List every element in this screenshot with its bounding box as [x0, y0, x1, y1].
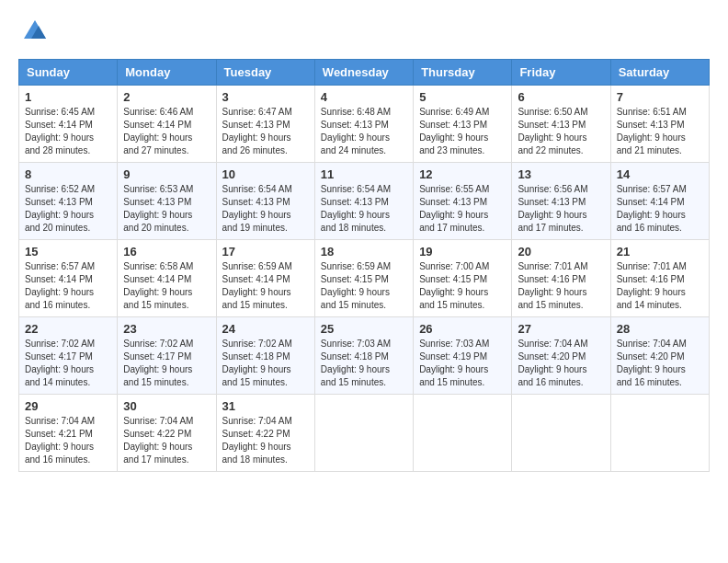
day-number: 21: [617, 245, 703, 259]
calendar-day-cell: [512, 395, 610, 472]
calendar-day-cell: 16Sunrise: 6:58 AMSunset: 4:14 PMDayligh…: [118, 240, 216, 317]
calendar-day-cell: 22Sunrise: 7:02 AMSunset: 4:17 PMDayligh…: [19, 317, 118, 395]
day-info: Sunrise: 6:59 AMSunset: 4:15 PMDaylight:…: [321, 260, 407, 312]
day-number: 30: [123, 399, 210, 413]
day-number: 23: [123, 322, 210, 336]
calendar-day-cell: 11Sunrise: 6:54 AMSunset: 4:13 PMDayligh…: [314, 163, 413, 240]
day-info: Sunrise: 7:01 AMSunset: 4:16 PMDaylight:…: [518, 260, 604, 312]
day-info: Sunrise: 7:01 AMSunset: 4:16 PMDaylight:…: [617, 260, 703, 312]
day-number: 13: [518, 167, 604, 181]
day-number: 29: [25, 399, 111, 413]
calendar-week-row: 1Sunrise: 6:45 AMSunset: 4:14 PMDaylight…: [19, 86, 710, 163]
calendar-day-cell: 23Sunrise: 7:02 AMSunset: 4:17 PMDayligh…: [118, 317, 216, 395]
day-number: 28: [617, 322, 703, 336]
day-info: Sunrise: 6:56 AMSunset: 4:13 PMDaylight:…: [518, 183, 604, 235]
calendar-header-row: SundayMondayTuesdayWednesdayThursdayFrid…: [19, 60, 710, 86]
day-info: Sunrise: 6:50 AMSunset: 4:13 PMDaylight:…: [518, 106, 604, 157]
day-number: 2: [123, 90, 210, 104]
day-info: Sunrise: 6:57 AMSunset: 4:14 PMDaylight:…: [617, 183, 703, 235]
calendar-day-cell: 20Sunrise: 7:01 AMSunset: 4:16 PMDayligh…: [512, 240, 610, 317]
day-number: 4: [321, 90, 407, 104]
calendar-day-cell: 7Sunrise: 6:51 AMSunset: 4:13 PMDaylight…: [610, 86, 709, 163]
calendar-day-cell: 31Sunrise: 7:04 AMSunset: 4:22 PMDayligh…: [216, 395, 314, 472]
calendar-day-cell: [414, 395, 512, 472]
day-info: Sunrise: 7:04 AMSunset: 4:21 PMDaylight:…: [25, 415, 111, 466]
calendar-day-cell: 25Sunrise: 7:03 AMSunset: 4:18 PMDayligh…: [314, 317, 413, 395]
day-number: 17: [222, 245, 309, 259]
calendar-day-cell: 6Sunrise: 6:50 AMSunset: 4:13 PMDaylight…: [512, 86, 610, 163]
day-number: 5: [419, 90, 506, 104]
day-number: 18: [321, 245, 407, 259]
calendar-day-cell: 21Sunrise: 7:01 AMSunset: 4:16 PMDayligh…: [610, 240, 709, 317]
logo-icon: [22, 18, 48, 44]
day-number: 9: [123, 167, 210, 181]
weekday-header: Wednesday: [314, 60, 413, 86]
page-header: [18, 18, 710, 44]
calendar-day-cell: 13Sunrise: 6:56 AMSunset: 4:13 PMDayligh…: [512, 163, 610, 240]
day-number: 15: [25, 245, 111, 259]
calendar-day-cell: 4Sunrise: 6:48 AMSunset: 4:13 PMDaylight…: [314, 86, 413, 163]
day-info: Sunrise: 7:04 AMSunset: 4:22 PMDaylight:…: [222, 415, 309, 466]
day-info: Sunrise: 6:54 AMSunset: 4:13 PMDaylight:…: [321, 183, 407, 235]
day-info: Sunrise: 7:03 AMSunset: 4:18 PMDaylight:…: [321, 338, 407, 389]
day-number: 6: [518, 90, 604, 104]
calendar-day-cell: 28Sunrise: 7:04 AMSunset: 4:20 PMDayligh…: [610, 317, 709, 395]
day-info: Sunrise: 6:52 AMSunset: 4:13 PMDaylight:…: [25, 183, 111, 235]
day-number: 24: [222, 322, 309, 336]
day-number: 11: [321, 167, 407, 181]
day-info: Sunrise: 6:58 AMSunset: 4:14 PMDaylight:…: [123, 260, 210, 312]
day-info: Sunrise: 7:03 AMSunset: 4:19 PMDaylight:…: [419, 338, 506, 389]
weekday-header: Sunday: [19, 60, 118, 86]
day-info: Sunrise: 6:45 AMSunset: 4:14 PMDaylight:…: [25, 106, 111, 157]
calendar-day-cell: 27Sunrise: 7:04 AMSunset: 4:20 PMDayligh…: [512, 317, 610, 395]
weekday-header: Monday: [118, 60, 216, 86]
day-number: 10: [222, 167, 309, 181]
calendar-day-cell: 24Sunrise: 7:02 AMSunset: 4:18 PMDayligh…: [216, 317, 314, 395]
calendar-day-cell: 10Sunrise: 6:54 AMSunset: 4:13 PMDayligh…: [216, 163, 314, 240]
day-number: 12: [419, 167, 506, 181]
calendar-day-cell: 18Sunrise: 6:59 AMSunset: 4:15 PMDayligh…: [314, 240, 413, 317]
calendar-day-cell: 2Sunrise: 6:46 AMSunset: 4:14 PMDaylight…: [118, 86, 216, 163]
calendar-day-cell: [610, 395, 709, 472]
calendar-day-cell: 3Sunrise: 6:47 AMSunset: 4:13 PMDaylight…: [216, 86, 314, 163]
weekday-header: Tuesday: [216, 60, 314, 86]
weekday-header: Thursday: [414, 60, 512, 86]
day-info: Sunrise: 6:47 AMSunset: 4:13 PMDaylight:…: [222, 106, 309, 157]
day-info: Sunrise: 6:55 AMSunset: 4:13 PMDaylight:…: [419, 183, 506, 235]
day-number: 1: [25, 90, 111, 104]
calendar-day-cell: 17Sunrise: 6:59 AMSunset: 4:14 PMDayligh…: [216, 240, 314, 317]
day-info: Sunrise: 6:49 AMSunset: 4:13 PMDaylight:…: [419, 106, 506, 157]
calendar-week-row: 22Sunrise: 7:02 AMSunset: 4:17 PMDayligh…: [19, 317, 710, 395]
calendar-table: SundayMondayTuesdayWednesdayThursdayFrid…: [18, 59, 710, 472]
day-number: 19: [419, 245, 506, 259]
calendar-day-cell: 8Sunrise: 6:52 AMSunset: 4:13 PMDaylight…: [19, 163, 118, 240]
calendar-day-cell: 1Sunrise: 6:45 AMSunset: 4:14 PMDaylight…: [19, 86, 118, 163]
day-info: Sunrise: 7:02 AMSunset: 4:18 PMDaylight:…: [222, 338, 309, 389]
day-number: 31: [222, 399, 309, 413]
calendar-week-row: 29Sunrise: 7:04 AMSunset: 4:21 PMDayligh…: [19, 395, 710, 472]
day-info: Sunrise: 7:04 AMSunset: 4:20 PMDaylight:…: [617, 338, 703, 389]
day-info: Sunrise: 7:02 AMSunset: 4:17 PMDaylight:…: [123, 338, 210, 389]
calendar-day-cell: 15Sunrise: 6:57 AMSunset: 4:14 PMDayligh…: [19, 240, 118, 317]
calendar-day-cell: 12Sunrise: 6:55 AMSunset: 4:13 PMDayligh…: [414, 163, 512, 240]
day-info: Sunrise: 6:53 AMSunset: 4:13 PMDaylight:…: [123, 183, 210, 235]
day-number: 26: [419, 322, 506, 336]
day-number: 7: [617, 90, 703, 104]
day-info: Sunrise: 6:46 AMSunset: 4:14 PMDaylight:…: [123, 106, 210, 157]
day-number: 16: [123, 245, 210, 259]
calendar-day-cell: 9Sunrise: 6:53 AMSunset: 4:13 PMDaylight…: [118, 163, 216, 240]
day-info: Sunrise: 7:00 AMSunset: 4:15 PMDaylight:…: [419, 260, 506, 312]
day-number: 27: [518, 322, 604, 336]
day-number: 22: [25, 322, 111, 336]
day-info: Sunrise: 6:54 AMSunset: 4:13 PMDaylight:…: [222, 183, 309, 235]
calendar-day-cell: 14Sunrise: 6:57 AMSunset: 4:14 PMDayligh…: [610, 163, 709, 240]
day-info: Sunrise: 7:04 AMSunset: 4:20 PMDaylight:…: [518, 338, 604, 389]
weekday-header: Friday: [512, 60, 610, 86]
day-info: Sunrise: 6:51 AMSunset: 4:13 PMDaylight:…: [617, 106, 703, 157]
weekday-header: Saturday: [610, 60, 709, 86]
day-info: Sunrise: 7:02 AMSunset: 4:17 PMDaylight:…: [25, 338, 111, 389]
day-info: Sunrise: 6:57 AMSunset: 4:14 PMDaylight:…: [25, 260, 111, 312]
day-info: Sunrise: 7:04 AMSunset: 4:22 PMDaylight:…: [123, 415, 210, 466]
calendar-week-row: 15Sunrise: 6:57 AMSunset: 4:14 PMDayligh…: [19, 240, 710, 317]
day-number: 14: [617, 167, 703, 181]
